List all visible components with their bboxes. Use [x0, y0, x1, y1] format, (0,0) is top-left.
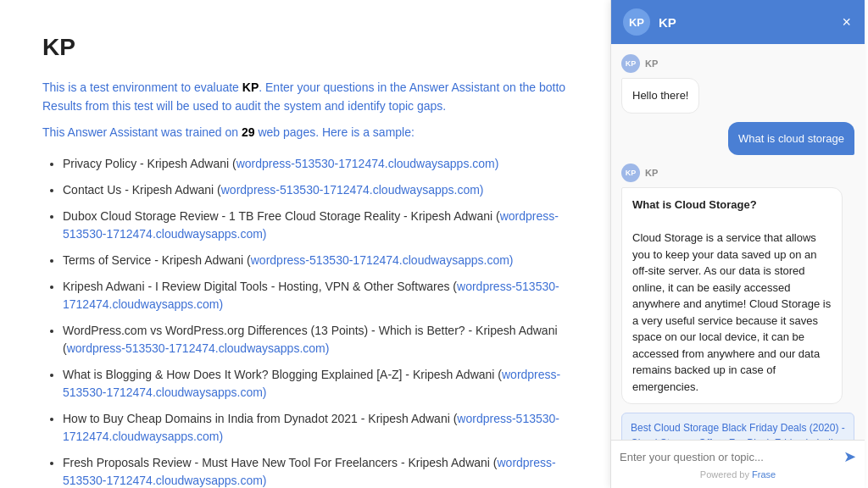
list-item: Dubox Cloud Storage Review - 1 TB Free C… — [63, 208, 568, 243]
chat-header-title: KP — [659, 15, 832, 30]
list-item-link[interactable]: wordpress-513530-1712474.cloudwaysapps.c… — [236, 157, 499, 170]
greeting-bubble: Hello there! — [621, 78, 699, 114]
chat-header-avatar: KP — [623, 8, 650, 36]
user-question-bubble: What is cloud storage — [728, 122, 854, 156]
list-item: What is Blogging & How Does It Work? Blo… — [63, 366, 568, 402]
list-item: Privacy Policy - Kripesh Adwani (wordpre… — [63, 155, 568, 173]
intro-paragraph: This is a test environment to evaluate K… — [42, 78, 568, 116]
bot-answer-bubble: What is Cloud Storage? Cloud Storage is … — [621, 187, 843, 404]
chat-input[interactable] — [620, 451, 837, 463]
reference-box[interactable]: Best Cloud Storage Black Friday Deals (2… — [621, 413, 854, 440]
list-item: WordPress.com vs WordPress.org Differenc… — [63, 322, 568, 358]
bot-avatar-answer: KP — [621, 164, 640, 182]
list-item-link[interactable]: wordpress-513530-1712474.cloudwaysapps.c… — [221, 183, 484, 197]
powered-by: Powered by Frase — [620, 466, 856, 481]
list-item-link[interactable]: wordpress-513530-1712474.cloudwaysapps.c… — [63, 368, 560, 399]
pages-list: Privacy Policy - Kripesh Adwani (wordpre… — [42, 155, 568, 488]
chat-header: KP KP × — [611, 0, 865, 44]
list-item-link[interactable]: wordpress-513530-1712474.cloudwaysapps.c… — [63, 280, 559, 311]
bot-name-answer: KP — [645, 168, 658, 178]
list-item: How to Buy Cheap Domains in India from D… — [63, 410, 568, 446]
chat-input-row: ➤ — [620, 447, 856, 466]
bot-label-row: KP KP — [621, 54, 854, 73]
chat-panel: KP KP × KP KP Hello there! What is cloud… — [610, 0, 865, 488]
list-item-link[interactable]: wordpress-513530-1712474.cloudwaysapps.c… — [63, 209, 559, 241]
list-item-link[interactable]: wordpress-513530-1712474.cloudwaysapps.c… — [67, 341, 330, 355]
bot-answer-label-row: KP KP — [621, 164, 854, 182]
chat-close-button[interactable]: × — [840, 14, 853, 30]
list-item: Kripesh Adwani - I Review Digital Tools … — [63, 278, 568, 313]
trained-text: This Answer Assistant was trained on 29 … — [42, 123, 568, 141]
list-item: Contact Us - Kripesh Adwani (wordpress-5… — [63, 181, 568, 199]
list-item: Terms of Service - Kripesh Adwani (wordp… — [63, 252, 568, 269]
list-item-link[interactable]: wordpress-513530-1712474.cloudwaysapps.c… — [251, 253, 514, 267]
list-item-link[interactable]: wordpress-513530-1712474.cloudwaysapps.c… — [63, 412, 559, 443]
bot-name: KP — [645, 58, 658, 69]
answer-body: Cloud Storage is a service that allows y… — [632, 231, 831, 393]
answer-title: What is Cloud Storage? — [632, 198, 757, 211]
page-title: KP — [42, 34, 568, 61]
send-icon: ➤ — [843, 447, 856, 466]
chat-input-area: ➤ Powered by Frase — [611, 440, 865, 488]
main-content: KP This is a test environment to evaluat… — [0, 0, 610, 488]
list-item: Fresh Proposals Review - Must Have New T… — [63, 454, 568, 488]
bot-avatar: KP — [621, 54, 640, 73]
send-button[interactable]: ➤ — [843, 447, 856, 466]
list-item-link[interactable]: wordpress-513530-1712474.cloudwaysapps.c… — [63, 456, 556, 487]
chat-messages: KP KP Hello there! What is cloud storage… — [611, 44, 865, 440]
frase-link[interactable]: Frase — [752, 469, 776, 480]
